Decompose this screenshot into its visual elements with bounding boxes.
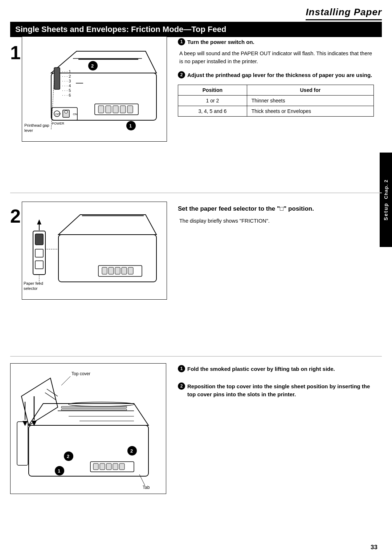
svg-rect-47 (35, 261, 43, 269)
svg-rect-66 (106, 463, 111, 470)
svg-rect-4 (106, 106, 111, 113)
step3-instruction1-row: 1 Fold the smoked plastic cover by lifti… (178, 365, 374, 373)
svg-text:Paper feed: Paper feed (24, 281, 43, 285)
table-cell-pos1: 1 or 2 (178, 95, 247, 106)
step3-diagram: 2 2 1 Top cover Tab (11, 364, 166, 494)
svg-text:· · ·  3: · · · 3 (62, 79, 71, 83)
svg-rect-37 (109, 267, 114, 274)
svg-text:· · ·  4: · · · 4 (62, 84, 71, 88)
svg-text:· · ·  2: · · · 2 (62, 74, 71, 78)
step3-instruction2-row: 2 Reposition the top cover into the sing… (178, 382, 374, 399)
step1-illustration: · · · 1 · · · 2 · · · 3 · · · 4 · · · 5 … (22, 36, 167, 142)
gap-lever-table: Position Used for 1 or 2 Thinner sheets … (178, 85, 374, 117)
svg-marker-44 (37, 219, 41, 224)
svg-rect-38 (115, 267, 120, 274)
svg-line-75 (61, 376, 70, 385)
svg-point-81 (69, 402, 134, 406)
table-cell-pos2: 3, 4, 5 and 6 (178, 106, 247, 116)
step1-instruction1-text: Turn the power switch on. (187, 38, 254, 46)
table-cell-used1: Thinner sheets (247, 95, 373, 106)
side-tab-section: Setup (383, 203, 389, 220)
svg-rect-64 (93, 463, 98, 470)
svg-text:1: 1 (129, 123, 132, 129)
step3-illustration: 2 2 1 Top cover Tab (10, 363, 166, 494)
svg-rect-40 (128, 267, 133, 274)
step3-instruction1-text: Fold the smoked plastic cover by lifting… (187, 365, 335, 373)
side-tab: Chap. 2 Setup (380, 153, 392, 247)
table-col1-header: Position (178, 85, 247, 95)
svg-text:2: 2 (91, 63, 94, 69)
svg-rect-58 (61, 409, 127, 410)
step1-instruction2-row: 2 Adjust the printhead gap lever for the… (178, 71, 374, 80)
svg-rect-67 (113, 463, 118, 470)
svg-text:· · ·  6: · · · 6 (62, 93, 71, 97)
divider-1 (10, 193, 382, 193)
svg-rect-65 (100, 463, 105, 470)
svg-rect-82 (17, 422, 28, 465)
svg-rect-39 (122, 267, 127, 274)
svg-rect-68 (119, 463, 124, 470)
step3-instruction2-text: Reposition the top cover into the single… (187, 382, 374, 399)
step1-number: 1 (10, 42, 21, 64)
svg-point-21 (65, 110, 68, 113)
section-title: Single Sheets and Envelopes: Friction Mo… (10, 22, 382, 37)
svg-rect-9 (54, 68, 60, 89)
page-number: 33 (371, 544, 377, 551)
step3-bullet1: 1 (178, 365, 185, 372)
step1-content: 1 Turn the power switch on. A beep will … (178, 38, 374, 117)
svg-rect-42 (35, 234, 43, 245)
step1-diagram: · · · 1 · · · 2 · · · 3 · · · 4 · · · 5 … (22, 37, 167, 141)
side-tab-chapter: Chap. 2 (383, 179, 389, 199)
svg-text:· · ·  1: · · · 1 (62, 69, 71, 74)
svg-text:Printhead gap: Printhead gap (24, 123, 49, 127)
svg-rect-5 (113, 106, 118, 113)
svg-text:ON: ON (73, 113, 77, 116)
step2-body-text: The display briefly shows "FRICTION". (178, 217, 374, 225)
svg-text:OFF: OFF (55, 113, 61, 116)
step2-instruction-text: Set the paper feed selector to the "□" p… (178, 204, 374, 213)
svg-text:POWER: POWER (52, 122, 65, 125)
svg-text:2: 2 (67, 454, 69, 459)
step1-instruction1-row: 1 Turn the power switch on. (178, 38, 374, 46)
svg-text:2: 2 (130, 448, 133, 454)
svg-text:Top cover: Top cover (72, 371, 90, 376)
svg-text:· · ·  5: · · · 5 (62, 88, 71, 93)
page-title: Installing Paper (306, 7, 382, 20)
svg-rect-7 (127, 106, 133, 113)
svg-text:selector: selector (24, 286, 38, 291)
table-row: 1 or 2 Thinner sheets (178, 95, 374, 106)
step2-diagram: Paper feed selector (22, 202, 167, 299)
svg-rect-6 (120, 106, 126, 113)
svg-marker-33 (58, 215, 156, 235)
svg-text:lever: lever (24, 128, 33, 133)
table-col2-header: Used for (247, 85, 373, 95)
divider-2 (10, 356, 382, 357)
svg-text:Tab: Tab (143, 485, 150, 490)
step2-illustration: Paper feed selector (22, 202, 167, 300)
bullet1: 1 (178, 38, 185, 45)
step1-body-text: A beep will sound and the PAPER OUT indi… (178, 49, 374, 66)
step3-content: 1 Fold the smoked plastic cover by lifti… (178, 365, 374, 402)
svg-text:1: 1 (58, 468, 60, 474)
svg-rect-36 (102, 267, 107, 274)
step2-content: Set the paper feed selector to the "□" p… (178, 204, 374, 231)
table-cell-used2: Thick sheets or Envelopes (247, 106, 373, 116)
bullet2: 2 (178, 71, 185, 78)
step2-number: 2 (10, 205, 21, 227)
step3-bullet2: 2 (178, 382, 185, 390)
step1-instruction2-text: Adjust the printhead gap lever for the t… (187, 71, 372, 80)
svg-rect-3 (98, 106, 104, 113)
svg-marker-53 (21, 378, 58, 425)
table-row: 3, 4, 5 and 6 Thick sheets or Envelopes (178, 106, 374, 116)
svg-rect-46 (35, 249, 43, 257)
